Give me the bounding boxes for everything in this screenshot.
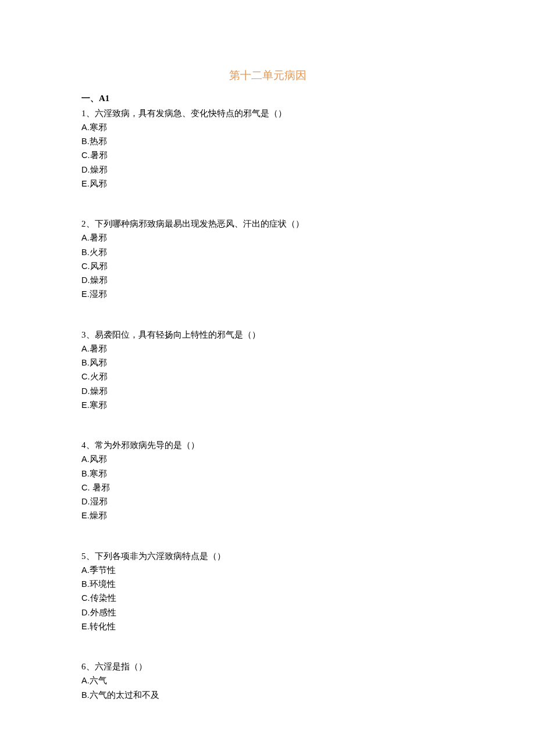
question-block: 6、六淫是指（）A.六气B.六气的太过和不及 <box>81 660 454 702</box>
option: A.暑邪 <box>81 231 454 245</box>
option-text: 转化性 <box>90 622 116 631</box>
option: C. 暑邪 <box>81 481 454 495</box>
option: A.六气 <box>81 674 454 687</box>
option: A.暑邪 <box>81 342 454 356</box>
option: D.燥邪 <box>81 385 454 398</box>
option-text: 暑邪 <box>92 483 110 492</box>
option-letter: E. <box>81 289 90 299</box>
option-letter: A. <box>81 233 90 242</box>
option: B.六气的太过和不及 <box>81 689 454 702</box>
option-text: 湿邪 <box>90 497 108 506</box>
option-letter: E. <box>81 179 90 188</box>
document-title: 第十二单元病因 <box>81 67 454 84</box>
option: B.环境性 <box>81 578 454 591</box>
option-text: 传染性 <box>90 593 116 603</box>
option-text: 季节性 <box>90 565 116 575</box>
option-text: 火邪 <box>90 248 107 257</box>
option-letter: A. <box>81 454 90 464</box>
option-letter: B. <box>81 690 90 700</box>
option-letter: B. <box>81 579 90 589</box>
question-text: 1、六淫致病，具有发病急、变化快特点的邪气是（） <box>81 107 454 120</box>
option-letter: D. <box>81 165 90 174</box>
option-text: 六气的太过和不及 <box>90 690 159 700</box>
option: D.燥邪 <box>81 163 454 177</box>
option-letter: E. <box>81 400 90 410</box>
option-letter: E. <box>81 622 90 631</box>
option-text: 风邪 <box>90 358 107 367</box>
option-text: 暑邪 <box>90 151 108 160</box>
question-text: 6、六淫是指（） <box>81 660 454 673</box>
question-block: 5、下列各项非为六淫致病特点是（）A.季节性B.环境性C.传染性D.外感性E.转… <box>81 550 454 634</box>
option: D.外感性 <box>81 606 454 619</box>
option-letter: E. <box>81 511 90 520</box>
option: A.季节性 <box>81 564 454 577</box>
option-letter: A. <box>81 676 90 685</box>
question-text: 3、易袭阳位，具有轻扬向上特性的邪气是（） <box>81 328 454 342</box>
question-block: 4、常为外邪致病先导的是（）A.风邪B.寒邪C. 暑邪D.湿邪E.燥邪 <box>81 439 454 523</box>
option: E.燥邪 <box>81 509 454 522</box>
option-letter: A. <box>81 123 90 132</box>
option-text: 燥邪 <box>90 511 107 520</box>
option: C.暑邪 <box>81 149 454 162</box>
option-text: 寒邪 <box>90 123 107 132</box>
question-text: 5、下列各项非为六淫致病特点是（） <box>81 550 454 563</box>
question-block: 1、六淫致病，具有发病急、变化快特点的邪气是（）A.寒邪B.热邪C.暑邪D.燥邪… <box>81 107 454 191</box>
option-text: 风邪 <box>90 261 108 271</box>
option-text: 燥邪 <box>90 165 108 174</box>
option-letter: C. <box>81 593 90 603</box>
option-letter: D. <box>81 608 90 617</box>
option-letter: C. <box>81 261 90 271</box>
question-block: 2、下列哪种病邪致病最易出现发热恶风、汗出的症状（）A.暑邪B.火邪C.风邪D.… <box>81 217 454 302</box>
option-letter: C. <box>81 483 92 492</box>
option: B.寒邪 <box>81 467 454 481</box>
option: B.热邪 <box>81 135 454 148</box>
option: B.风邪 <box>81 356 454 370</box>
option: B.火邪 <box>81 246 454 259</box>
option: C.传染性 <box>81 592 454 605</box>
option: E.寒邪 <box>81 399 454 412</box>
option-text: 外感性 <box>90 608 116 617</box>
option-letter: D. <box>81 497 90 506</box>
option: D.湿邪 <box>81 495 454 508</box>
option-text: 湿邪 <box>90 289 107 299</box>
option-letter: A. <box>81 344 90 353</box>
option: D.燥邪 <box>81 274 454 287</box>
option-text: 暑邪 <box>90 233 107 242</box>
option-letter: B. <box>81 248 90 257</box>
option-letter: B. <box>81 469 90 478</box>
option-text: 风邪 <box>90 179 107 188</box>
option: C.风邪 <box>81 260 454 273</box>
option-text: 环境性 <box>90 579 116 589</box>
option: C.火邪 <box>81 370 454 384</box>
option-text: 火邪 <box>90 372 108 381</box>
option-text: 寒邪 <box>90 469 107 478</box>
option: A.风邪 <box>81 453 454 466</box>
option: E.转化性 <box>81 620 454 633</box>
option-text: 热邪 <box>90 137 107 146</box>
question-text: 4、常为外邪致病先导的是（） <box>81 439 454 452</box>
option: A.寒邪 <box>81 121 454 134</box>
option-text: 六气 <box>90 676 107 685</box>
option-text: 暑邪 <box>90 344 107 353</box>
option-letter: D. <box>81 386 90 396</box>
option-letter: C. <box>81 372 90 381</box>
option-text: 风邪 <box>90 454 107 464</box>
option-text: 燥邪 <box>90 386 108 396</box>
section-header: 一、A1 <box>81 92 454 105</box>
option-letter: B. <box>81 358 90 367</box>
option: E.风邪 <box>81 177 454 191</box>
question-block: 3、易袭阳位，具有轻扬向上特性的邪气是（）A.暑邪B.风邪C.火邪D.燥邪E.寒… <box>81 328 454 413</box>
option-text: 燥邪 <box>90 275 108 285</box>
option-letter: C. <box>81 151 90 160</box>
option-text: 寒邪 <box>90 400 107 410</box>
option-letter: D. <box>81 275 90 285</box>
option-letter: A. <box>81 565 90 575</box>
question-text: 2、下列哪种病邪致病最易出现发热恶风、汗出的症状（） <box>81 217 454 231</box>
option: E.湿邪 <box>81 288 454 301</box>
option-letter: B. <box>81 137 90 146</box>
